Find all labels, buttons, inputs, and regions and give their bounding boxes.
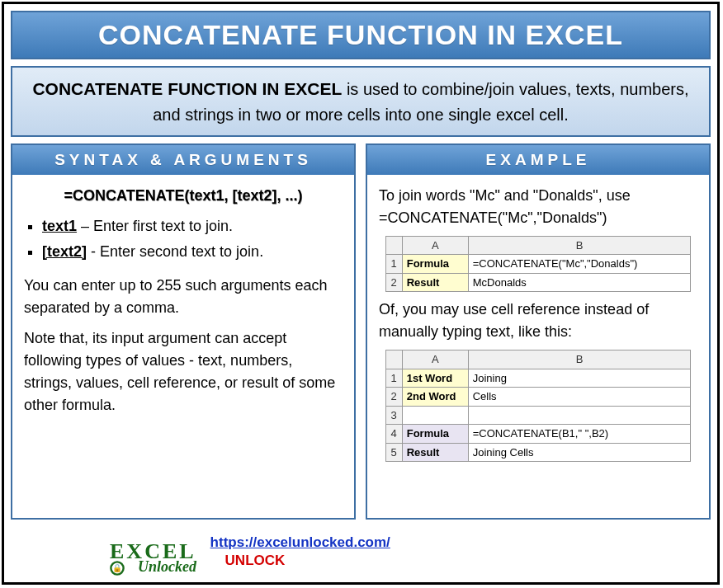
cell: 1st Word bbox=[402, 369, 468, 388]
syntax-para: Note that, its input argument can accept… bbox=[24, 327, 343, 416]
footer-links: https://excelunlocked.com/ UNLOCK bbox=[210, 534, 390, 570]
website-link[interactable]: https://excelunlocked.com/ bbox=[210, 534, 390, 552]
example-intro: To join words "Mc" and "Donalds", use =C… bbox=[379, 185, 697, 229]
unlock-text: UNLOCK bbox=[210, 552, 390, 570]
cell-corner bbox=[385, 236, 402, 255]
example-header: EXAMPLE bbox=[367, 145, 709, 175]
col-header: B bbox=[468, 350, 691, 369]
cell: Formula bbox=[402, 425, 468, 444]
row-header: 4 bbox=[385, 425, 402, 444]
arg-item: text1 – Enter first text to join. bbox=[42, 215, 343, 238]
col-header: A bbox=[402, 236, 468, 255]
cell bbox=[468, 406, 691, 425]
cell: Joining bbox=[468, 369, 691, 388]
cell: Result bbox=[402, 443, 468, 462]
excel-table-2: A B 11st WordJoining 22nd WordCells 3 4F… bbox=[385, 350, 692, 462]
arg-name: text1 bbox=[42, 218, 77, 234]
title-banner: CONCATENATE FUNCTION IN EXCEL bbox=[11, 11, 711, 59]
syntax-para: You can enter up to 255 such arguments e… bbox=[24, 275, 343, 319]
row-header: 2 bbox=[385, 273, 402, 292]
cell bbox=[402, 406, 468, 425]
cell: Cells bbox=[468, 388, 691, 407]
example-intro: Of, you may use cell reference instead o… bbox=[379, 299, 697, 343]
cell: McDonalds bbox=[468, 273, 691, 292]
lock-icon: 🔒 bbox=[110, 561, 125, 576]
arg-name: [text2] bbox=[42, 243, 87, 260]
row-header: 2 bbox=[385, 388, 402, 407]
footer: E X C E L Unlocked 🔒 https://excelunlock… bbox=[11, 526, 711, 576]
row-header: 3 bbox=[385, 406, 402, 425]
syntax-column: SYNTAX & ARGUMENTS =CONCATENATE(text1, [… bbox=[11, 143, 356, 520]
cell: 2nd Word bbox=[402, 388, 468, 407]
col-header: B bbox=[468, 236, 691, 255]
argument-list: text1 – Enter first text to join. [text2… bbox=[24, 215, 343, 266]
cell: Joining Cells bbox=[468, 443, 691, 462]
cell-corner bbox=[385, 350, 402, 369]
cell: =CONCATENATE("Mc","Donalds") bbox=[468, 255, 691, 274]
excel-table-1: A B 1 Formula =CONCATENATE("Mc","Donalds… bbox=[385, 236, 692, 293]
arg-desc: – Enter first text to join. bbox=[77, 218, 233, 234]
syntax-body: =CONCATENATE(text1, [text2], ...) text1 … bbox=[12, 175, 354, 426]
arg-item: [text2] - Enter second text to join. bbox=[42, 241, 343, 263]
logo-subtitle: Unlocked bbox=[138, 558, 196, 576]
description-box: CONCATENATE FUNCTION IN EXCEL is used to… bbox=[11, 66, 711, 137]
syntax-formula: =CONCATENATE(text1, [text2], ...) bbox=[24, 185, 343, 207]
cell: Result bbox=[402, 273, 468, 292]
example-column: EXAMPLE To join words "Mc" and "Donalds"… bbox=[366, 143, 711, 520]
syntax-header: SYNTAX & ARGUMENTS bbox=[12, 145, 354, 175]
document-frame: CONCATENATE FUNCTION IN EXCEL CONCATENAT… bbox=[2, 2, 720, 585]
cell: Formula bbox=[402, 255, 468, 274]
arg-desc: - Enter second text to join. bbox=[87, 243, 263, 260]
description-bold: CONCATENATE FUNCTION IN EXCEL bbox=[32, 79, 342, 98]
col-header: A bbox=[402, 350, 468, 369]
columns: SYNTAX & ARGUMENTS =CONCATENATE(text1, [… bbox=[11, 143, 711, 520]
logo: E X C E L Unlocked 🔒 bbox=[110, 539, 194, 564]
cell: =CONCATENATE(B1," ",B2) bbox=[468, 425, 691, 444]
row-header: 1 bbox=[385, 369, 402, 388]
row-header: 1 bbox=[385, 255, 402, 274]
example-body: To join words "Mc" and "Donalds", use =C… bbox=[367, 175, 709, 474]
row-header: 5 bbox=[385, 443, 402, 462]
